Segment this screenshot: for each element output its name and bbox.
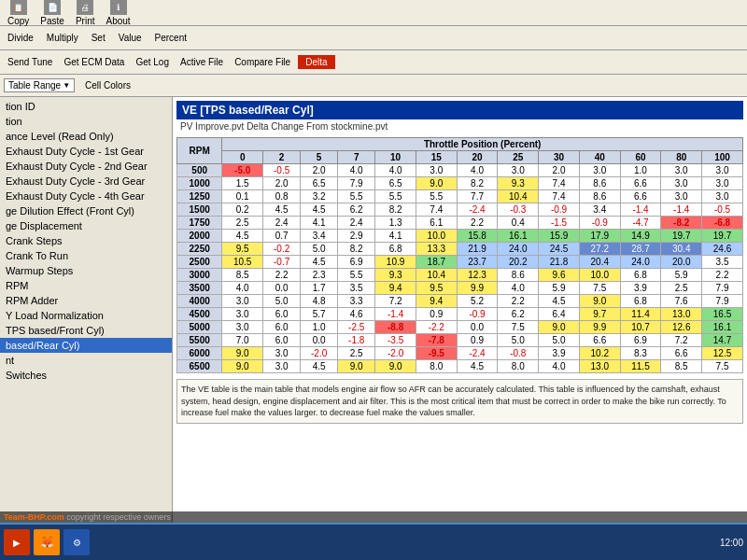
table-cell[interactable]: 24.5 (539, 243, 580, 256)
sidebar-item-9[interactable]: Crank Steps (0, 233, 172, 248)
table-cell[interactable]: 13.0 (661, 308, 702, 321)
table-cell[interactable]: -3.5 (375, 334, 416, 347)
table-cell[interactable]: 7.7 (457, 190, 498, 203)
table-cell[interactable]: 3.0 (222, 321, 263, 334)
table-cell[interactable]: 3.0 (416, 164, 457, 177)
table-cell[interactable]: 10.0 (579, 269, 620, 282)
rpm-cell[interactable]: 3000 (177, 269, 222, 282)
table-cell[interactable]: 20.4 (579, 256, 620, 269)
table-cell[interactable]: 10.7 (620, 321, 661, 334)
sidebar-item-15[interactable]: TPS based/Front Cyl) (0, 323, 172, 338)
table-cell[interactable]: -2.5 (338, 321, 375, 334)
table-cell[interactable]: 4.0 (222, 282, 263, 295)
table-cell[interactable]: 20.2 (498, 256, 539, 269)
taskbar-icon-browser[interactable]: 🦊 (34, 529, 60, 555)
table-cell[interactable]: 4.0 (375, 164, 416, 177)
table-cell[interactable]: 2.4 (338, 217, 375, 230)
table-cell[interactable]: 24.0 (498, 243, 539, 256)
sidebar-item-1[interactable]: tion (0, 114, 172, 129)
table-cell[interactable]: 9.9 (579, 321, 620, 334)
table-cell[interactable]: 0.0 (457, 321, 498, 334)
table-cell[interactable]: 4.5 (301, 203, 338, 217)
table-cell[interactable]: -6.8 (702, 217, 743, 230)
rpm-cell[interactable]: 5500 (177, 334, 222, 347)
table-cell[interactable]: -2.0 (375, 347, 416, 360)
table-cell[interactable]: 9.7 (579, 308, 620, 321)
table-cell[interactable]: 4.5 (222, 230, 263, 243)
table-cell[interactable]: 5.5 (416, 190, 457, 203)
table-cell[interactable]: 3.2 (301, 190, 338, 203)
table-cell[interactable]: 7.2 (661, 334, 702, 347)
table-cell[interactable]: 3.0 (702, 164, 743, 177)
table-cell[interactable]: 12.3 (457, 269, 498, 282)
table-cell[interactable]: 3.0 (702, 190, 743, 203)
table-cell[interactable]: 7.9 (702, 295, 743, 308)
table-cell[interactable]: 2.0 (263, 177, 301, 190)
table-cell[interactable]: 19.7 (661, 230, 702, 243)
table-cell[interactable]: 5.0 (498, 334, 539, 347)
table-cell[interactable]: -0.9 (539, 203, 580, 217)
copy-button[interactable]: 📋 Copy (4, 0, 33, 27)
sidebar-item-18[interactable]: Switches (0, 368, 172, 383)
table-cell[interactable]: 0.9 (457, 334, 498, 347)
rpm-cell[interactable]: 500 (177, 164, 222, 177)
taskbar-icon-start[interactable]: ▶ (4, 529, 30, 555)
table-cell[interactable]: -1.4 (620, 203, 661, 217)
sidebar-item-14[interactable]: Y Load Normalization (0, 308, 172, 323)
table-cell[interactable]: 7.9 (338, 177, 375, 190)
sidebar-item-12[interactable]: RPM (0, 278, 172, 293)
table-cell[interactable]: 3.0 (661, 190, 702, 203)
sidebar-item-2[interactable]: ance Level (Read Only) (0, 129, 172, 144)
rpm-cell[interactable]: 2000 (177, 230, 222, 243)
table-cell[interactable]: 7.4 (539, 177, 580, 190)
table-cell[interactable]: 4.5 (301, 360, 338, 373)
sidebar-item-10[interactable]: Crank To Run (0, 248, 172, 263)
sidebar-item-16[interactable]: based/Rear Cyl) (0, 338, 172, 353)
table-cell[interactable]: 8.2 (338, 243, 375, 256)
sidebar-item-7[interactable]: ge Dilution Effect (Front Cyl) (0, 203, 172, 218)
table-cell[interactable]: -1.4 (375, 308, 416, 321)
table-cell[interactable]: -1.8 (338, 334, 375, 347)
print-button[interactable]: 🖨 Print (72, 0, 99, 27)
table-cell[interactable]: -0.5 (702, 203, 743, 217)
table-cell[interactable]: 13.0 (579, 360, 620, 373)
compare-file-button[interactable]: Compare File (231, 56, 294, 68)
sidebar-item-11[interactable]: Warmup Steps (0, 263, 172, 278)
table-cell[interactable]: 5.9 (661, 269, 702, 282)
table-cell[interactable]: 0.1 (222, 190, 263, 203)
table-cell[interactable]: 4.1 (375, 230, 416, 243)
table-cell[interactable]: 5.9 (539, 282, 580, 295)
table-cell[interactable]: 9.0 (222, 360, 263, 373)
table-cell[interactable]: 7.9 (702, 282, 743, 295)
table-cell[interactable]: 3.0 (222, 295, 263, 308)
table-cell[interactable]: -1.4 (661, 203, 702, 217)
set-button[interactable]: Set (88, 32, 109, 44)
cell-colors-label[interactable]: Cell Colors (82, 79, 134, 91)
table-cell[interactable]: -2.4 (457, 347, 498, 360)
table-cell[interactable]: 6.5 (301, 177, 338, 190)
table-cell[interactable]: 16.1 (498, 230, 539, 243)
table-cell[interactable]: 9.3 (498, 177, 539, 190)
table-cell[interactable]: 8.0 (416, 360, 457, 373)
table-cell[interactable]: 4.0 (338, 164, 375, 177)
sidebar-item-13[interactable]: RPM Adder (0, 293, 172, 308)
table-cell[interactable]: 12.6 (661, 321, 702, 334)
table-cell[interactable]: 2.5 (661, 282, 702, 295)
table-cell[interactable]: 9.6 (539, 269, 580, 282)
divide-button[interactable]: Divide (4, 32, 37, 44)
value-button[interactable]: Value (115, 32, 146, 44)
table-cell[interactable]: 21.9 (457, 243, 498, 256)
table-cell[interactable]: 6.6 (661, 347, 702, 360)
table-cell[interactable]: 3.0 (498, 164, 539, 177)
table-cell[interactable]: 2.2 (498, 295, 539, 308)
table-cell[interactable]: 0.7 (263, 230, 301, 243)
table-cell[interactable]: 7.2 (375, 295, 416, 308)
table-cell[interactable]: 5.5 (375, 190, 416, 203)
table-cell[interactable]: 28.7 (620, 243, 661, 256)
table-cell[interactable]: 8.6 (579, 190, 620, 203)
table-cell[interactable]: 2.2 (263, 269, 301, 282)
about-button[interactable]: ℹ About (103, 0, 134, 27)
table-cell[interactable]: 0.2 (222, 203, 263, 217)
rpm-cell[interactable]: 4500 (177, 308, 222, 321)
table-cell[interactable]: 10.2 (579, 347, 620, 360)
